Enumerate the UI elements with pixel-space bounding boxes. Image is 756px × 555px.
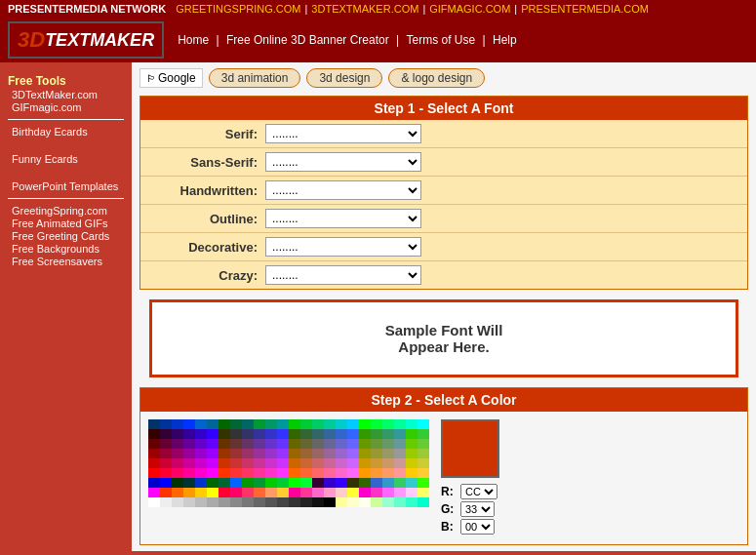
- color-cell[interactable]: [265, 478, 277, 488]
- color-cell[interactable]: [359, 429, 371, 439]
- color-cell[interactable]: [195, 419, 207, 429]
- color-cell[interactable]: [347, 468, 359, 478]
- color-cell[interactable]: [289, 488, 300, 497]
- color-cell[interactable]: [324, 488, 336, 497]
- color-cell[interactable]: [195, 488, 207, 497]
- color-cell[interactable]: [382, 488, 394, 497]
- color-cell[interactable]: [172, 468, 183, 478]
- color-cell[interactable]: [265, 429, 277, 439]
- color-cell[interactable]: [300, 478, 312, 488]
- color-cell[interactable]: [160, 429, 172, 439]
- color-cell[interactable]: [207, 429, 219, 439]
- color-cell[interactable]: [371, 488, 382, 497]
- color-cell[interactable]: [148, 458, 160, 468]
- color-cell[interactable]: [382, 429, 394, 439]
- color-cell[interactable]: [183, 429, 195, 439]
- color-cell[interactable]: [242, 439, 254, 449]
- color-cell[interactable]: [300, 449, 312, 458]
- color-cell[interactable]: [195, 478, 207, 488]
- color-cell[interactable]: [394, 468, 406, 478]
- color-cell[interactable]: [359, 488, 371, 497]
- color-cell[interactable]: [418, 419, 429, 429]
- color-cell[interactable]: [418, 439, 429, 449]
- color-cell[interactable]: [312, 458, 324, 468]
- color-cell[interactable]: [160, 449, 172, 458]
- sidebar-item-3dtextmaker[interactable]: 3DTextMaker.com: [8, 89, 124, 100]
- color-cell[interactable]: [289, 458, 300, 468]
- google-search-box[interactable]: 🏳 Google: [139, 68, 203, 88]
- color-cell[interactable]: [312, 439, 324, 449]
- color-cell[interactable]: [183, 468, 195, 478]
- color-cell[interactable]: [371, 419, 382, 429]
- color-cell[interactable]: [324, 429, 336, 439]
- color-cell[interactable]: [277, 488, 289, 497]
- color-cell[interactable]: [418, 429, 429, 439]
- color-cell[interactable]: [254, 449, 265, 458]
- color-cell[interactable]: [324, 439, 336, 449]
- tab-logo-design[interactable]: & logo design: [388, 68, 485, 88]
- color-cell[interactable]: [242, 458, 254, 468]
- color-cell[interactable]: [347, 458, 359, 468]
- color-cell[interactable]: [172, 458, 183, 468]
- color-cell[interactable]: [207, 468, 219, 478]
- color-cell[interactable]: [382, 468, 394, 478]
- color-cell[interactable]: [277, 468, 289, 478]
- color-cell[interactable]: [183, 458, 195, 468]
- color-cell[interactable]: [265, 449, 277, 458]
- color-cell[interactable]: [277, 419, 289, 429]
- color-cell[interactable]: [371, 439, 382, 449]
- color-cell[interactable]: [230, 497, 242, 507]
- color-cell[interactable]: [254, 478, 265, 488]
- color-cell[interactable]: [406, 468, 418, 478]
- color-cell[interactable]: [277, 478, 289, 488]
- color-cell[interactable]: [207, 458, 219, 468]
- color-cell[interactable]: [254, 458, 265, 468]
- color-cell[interactable]: [394, 449, 406, 458]
- color-cell[interactable]: [312, 429, 324, 439]
- color-cell[interactable]: [195, 449, 207, 458]
- color-cell[interactable]: [160, 439, 172, 449]
- color-cell[interactable]: [371, 497, 382, 507]
- color-cell[interactable]: [347, 488, 359, 497]
- color-cell[interactable]: [289, 468, 300, 478]
- sidebar-item-powerpoint[interactable]: PowerPoint Templates: [8, 180, 124, 192]
- color-cell[interactable]: [324, 419, 336, 429]
- color-cell[interactable]: [394, 439, 406, 449]
- color-cell[interactable]: [254, 497, 265, 507]
- nav-help[interactable]: Help: [493, 33, 517, 47]
- nav-terms[interactable]: Terms of Use: [406, 33, 475, 47]
- color-cell[interactable]: [160, 488, 172, 497]
- color-cell[interactable]: [277, 429, 289, 439]
- color-cell[interactable]: [172, 478, 183, 488]
- tab-3d-design[interactable]: 3d design: [306, 68, 382, 88]
- color-cell[interactable]: [195, 429, 207, 439]
- color-cell[interactable]: [289, 478, 300, 488]
- color-cell[interactable]: [207, 488, 219, 497]
- color-cell[interactable]: [347, 449, 359, 458]
- color-cell[interactable]: [195, 497, 207, 507]
- color-cell[interactable]: [254, 488, 265, 497]
- color-cell[interactable]: [300, 488, 312, 497]
- color-cell[interactable]: [230, 478, 242, 488]
- color-cell[interactable]: [219, 439, 230, 449]
- color-cell[interactable]: [289, 419, 300, 429]
- color-cell[interactable]: [148, 468, 160, 478]
- sidebar-item-greetingspring[interactable]: GreetingSpring.com: [8, 205, 124, 217]
- color-cell[interactable]: [195, 439, 207, 449]
- color-cell[interactable]: [300, 419, 312, 429]
- color-cell[interactable]: [172, 419, 183, 429]
- color-cell[interactable]: [371, 449, 382, 458]
- color-cell[interactable]: [394, 497, 406, 507]
- color-cell[interactable]: [418, 468, 429, 478]
- color-cell[interactable]: [336, 497, 347, 507]
- color-cell[interactable]: [406, 478, 418, 488]
- color-cell[interactable]: [230, 429, 242, 439]
- color-cell[interactable]: [183, 449, 195, 458]
- color-cell[interactable]: [394, 419, 406, 429]
- nav-greetingspring[interactable]: GREETINGSPRING.COM: [176, 3, 300, 15]
- color-cell[interactable]: [148, 449, 160, 458]
- color-cell[interactable]: [219, 468, 230, 478]
- tab-3d-animation[interactable]: 3d animation: [209, 68, 301, 88]
- selected-color-preview[interactable]: [441, 419, 499, 478]
- color-cell[interactable]: [359, 478, 371, 488]
